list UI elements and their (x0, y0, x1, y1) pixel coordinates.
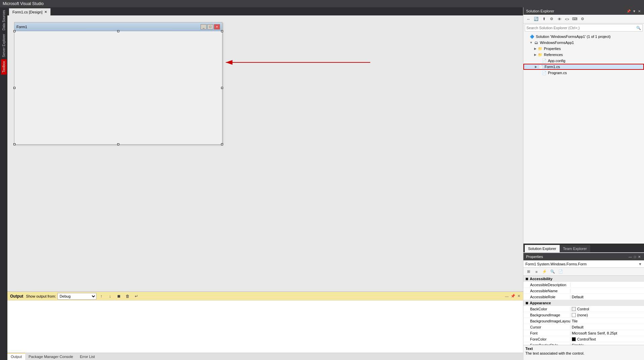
tree-label-references: References (544, 53, 563, 57)
se-search-input[interactable] (526, 26, 636, 30)
server-explorer-tab[interactable]: Server Explorer (1, 33, 7, 58)
backcolor-swatch (572, 307, 576, 311)
prop-row-accessible-desc[interactable]: AccessibleDescription (523, 282, 644, 288)
form-window-title: Form1 (16, 25, 27, 29)
prop-row-forecolor[interactable]: ForeColor ControlText (523, 336, 644, 342)
design-canvas[interactable]: Form1 _ □ ✕ (7, 15, 523, 291)
prop-row-bgimage[interactable]: BackgroundImage (none) (523, 312, 644, 318)
tree-item-references[interactable]: ▶ 📁 References (523, 52, 644, 58)
se-tab-team-explorer[interactable]: Team Explorer (560, 245, 590, 252)
prop-events-btn[interactable]: ⚡ (541, 268, 548, 275)
form-close-btn[interactable]: ✕ (214, 24, 220, 30)
handle-br[interactable] (221, 143, 223, 145)
tree-item-appconfig[interactable]: 📄 App.config (523, 58, 644, 64)
output-collapse-btn[interactable]: — (505, 294, 509, 298)
prop-row-font[interactable]: Font Microsoft Sans Serif, 8.25pt (523, 330, 644, 336)
handle-tl[interactable] (13, 30, 15, 32)
tree-label-appconfig: App.config (548, 59, 565, 63)
prop-pages-btn[interactable]: 📄 (557, 268, 564, 275)
tab-form1-design[interactable]: Form1.cs [Design] ✕ (9, 8, 51, 15)
show-output-label: Show output from: (26, 294, 56, 298)
properties-panel: Properties — □ ✕ Form1 System.Windows.Fo… (523, 253, 644, 360)
se-search-bar: 🔍 (525, 24, 643, 32)
tree-item-form1cs[interactable]: ▶ 📄 Form1.cs (523, 64, 644, 70)
prop-object-selector[interactable]: Form1 System.Windows.Forms.Form ▼ (523, 260, 644, 268)
prop-row-accessible-role[interactable]: AccessibleRole Default (523, 294, 644, 300)
prop-dropdown-arrow[interactable]: ▼ (638, 262, 642, 266)
se-filter-btn[interactable]: <> (563, 16, 571, 22)
se-close-btn[interactable]: ✕ (637, 9, 641, 13)
output-pin-btn[interactable]: 📌 (511, 294, 515, 298)
prop-name-bgimagelayout: BackgroundImageLayout (523, 319, 570, 323)
prop-name-cursor: Cursor (523, 325, 570, 329)
tree-arrow-project: ▼ (529, 41, 533, 44)
tab-close-btn[interactable]: ✕ (44, 10, 47, 14)
tab-package-manager[interactable]: Package Manager Console (25, 353, 77, 360)
tree-item-project[interactable]: ▼ 🗂 WindowsFormsApp1 (523, 40, 644, 46)
prop-pin-btn[interactable]: — (628, 255, 633, 259)
prop-row-bgimagelayout[interactable]: BackgroundImageLayout Tile (523, 318, 644, 324)
handle-tm[interactable] (117, 30, 119, 32)
se-code-btn[interactable]: ⌨ (571, 16, 578, 22)
output-wrap-btn[interactable]: ↵ (133, 293, 140, 300)
toolbox-tab[interactable]: Toolbox (1, 59, 7, 74)
se-refresh-btn[interactable]: 🔄 (532, 16, 540, 22)
prop-name-accessible-desc: AccessibleDescription (523, 283, 570, 287)
prop-desc-title: Text (525, 347, 642, 351)
data-sources-tab[interactable]: Data Sources (1, 9, 7, 32)
tree-icon-appconfig: 📄 (542, 58, 547, 63)
prop-categorized-btn[interactable]: ⊞ (525, 268, 532, 275)
output-clear-btn[interactable]: 🗑 (124, 293, 131, 300)
se-tab-solution-explorer[interactable]: Solution Explorer (525, 245, 560, 252)
form-maximize-btn[interactable]: □ (207, 24, 213, 30)
se-properties-btn[interactable]: ⚙ (548, 16, 555, 22)
handle-ml[interactable] (13, 87, 15, 89)
tree-label-form1cs: Form1.cs (545, 65, 560, 69)
handle-bl[interactable] (13, 143, 15, 145)
tab-output[interactable]: Output (7, 353, 25, 360)
prop-description: Text The text associated with the contro… (523, 345, 644, 360)
handle-mr[interactable] (221, 87, 223, 89)
prop-row-formborderstyle[interactable]: FormBorderStyle Sizable (523, 342, 644, 345)
output-prev-btn[interactable]: ↑ (98, 293, 105, 300)
prop-header-controls: — □ ✕ (628, 255, 641, 259)
output-stop-btn[interactable]: ⏹ (115, 293, 123, 300)
se-menu-btn[interactable]: ▼ (632, 9, 637, 13)
se-preview-btn[interactable]: 👁 (556, 16, 563, 22)
output-next-btn[interactable]: ↓ (106, 293, 114, 300)
prop-name-bgimage: BackgroundImage (523, 313, 570, 317)
prop-row-accessible-name[interactable]: AccessibleName (523, 288, 644, 294)
prop-row-backcolor[interactable]: BackColor Control (523, 306, 644, 312)
se-collapse-btn[interactable]: ⬆ (540, 16, 548, 22)
prop-alphabetical-btn[interactable]: ≡ (533, 268, 540, 275)
prop-object-text: Form1 System.Windows.Forms.Form (525, 262, 587, 266)
tree-item-solution[interactable]: 🔷 Solution 'WindowsFormsApp1' (1 of 1 pr… (523, 34, 644, 40)
prop-expand-btn[interactable]: □ (633, 255, 637, 259)
tab-error-list[interactable]: Error List (77, 353, 98, 360)
tree-icon-programcs: 📄 (542, 70, 547, 75)
tree-arrow-properties: ▶ (533, 47, 538, 50)
handle-bm[interactable] (117, 143, 119, 145)
output-close-x[interactable]: ✕ (517, 294, 520, 298)
output-source-select[interactable]: Debug Build Package Manager (57, 293, 96, 300)
tree-item-properties[interactable]: ▶ 📁 Properties (523, 46, 644, 52)
se-pin-btn[interactable]: 📌 (626, 9, 631, 13)
collapse-icon-appearance[interactable]: ▣ (525, 301, 528, 305)
collapse-icon-accessibility[interactable]: ▣ (525, 277, 528, 280)
tree-icon-solution: 🔷 (529, 34, 535, 39)
form-body (14, 31, 222, 144)
handle-tr[interactable] (221, 30, 223, 32)
se-settings-btn[interactable]: ⚙ (579, 16, 586, 22)
prop-toolbar: ⊞ ≡ ⚡ 🔍 📄 (523, 268, 644, 276)
prop-row-cursor[interactable]: Cursor Default (523, 324, 644, 330)
tree-arrow-form1cs: ▶ (533, 65, 538, 68)
se-header-controls: 📌 ▼ ✕ (626, 9, 641, 13)
tree-item-programcs[interactable]: 📄 Program.cs (523, 70, 644, 76)
solution-explorer-title: Solution Explorer (526, 9, 554, 13)
prop-search-btn[interactable]: 🔍 (549, 268, 556, 275)
se-sync-btn[interactable]: ↔ (525, 16, 532, 22)
form-minimize-btn[interactable]: _ (201, 24, 207, 30)
left-sidebar: Data Sources Server Explorer Toolbox (0, 7, 7, 360)
tree-label-project: WindowsFormsApp1 (540, 41, 574, 45)
prop-close-btn[interactable]: ✕ (637, 255, 641, 259)
